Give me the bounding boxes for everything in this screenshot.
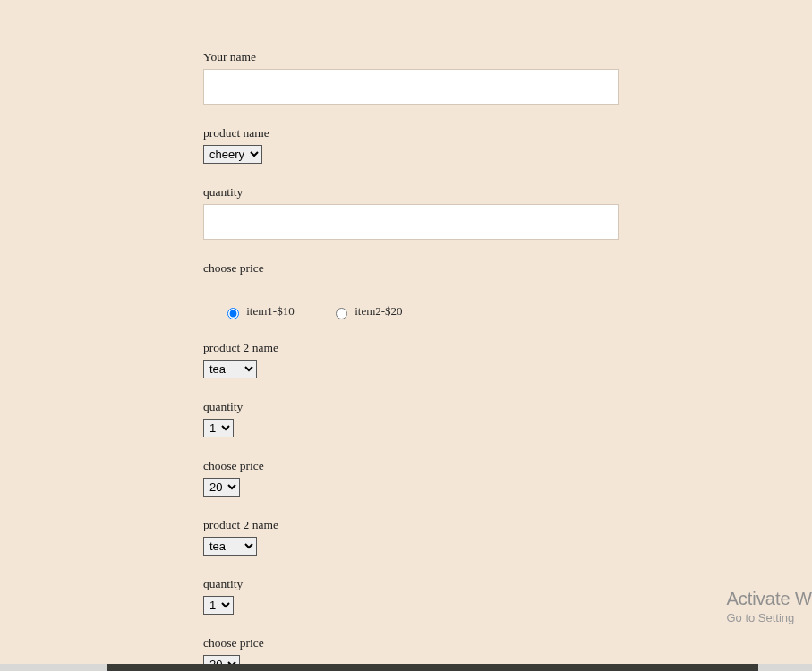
product1-group: product name cheery	[203, 126, 619, 164]
windows-activation-watermark: Activate W Go to Setting	[726, 589, 812, 624]
price1-option2-wrap[interactable]: item2-$20	[331, 304, 403, 318]
quantity2a-label: quantity	[203, 400, 619, 414]
price2b-label: choose price	[203, 636, 619, 650]
taskbar-sliver	[0, 664, 812, 671]
product2b-select[interactable]: tea	[203, 537, 257, 556]
quantity2a-group: quantity 1	[203, 400, 619, 437]
quantity2a-select[interactable]: 1	[203, 419, 234, 437]
payment-form: Your name product name cheery quantity c…	[203, 50, 619, 671]
product2a-select[interactable]: tea	[203, 360, 257, 378]
price1-group: choose price item1-$10 item2-$20	[203, 261, 619, 319]
quantity1-label: quantity	[203, 185, 619, 200]
name-input[interactable]	[203, 69, 619, 105]
price2a-select[interactable]: 20	[203, 478, 240, 497]
quantity1-group: quantity	[203, 185, 619, 240]
price1-option1-label: item1-$10	[246, 304, 294, 318]
price1-option2-label: item2-$20	[355, 304, 402, 318]
name-group: Your name	[203, 50, 619, 105]
price2a-group: choose price 20	[203, 459, 619, 497]
price1-radio1[interactable]	[227, 308, 239, 319]
watermark-subtitle: Go to Setting	[726, 611, 812, 624]
product2b-group: product 2 name tea	[203, 518, 619, 556]
price2a-label: choose price	[203, 459, 619, 473]
quantity2b-label: quantity	[203, 577, 619, 591]
price1-option1-wrap[interactable]: item1-$10	[223, 304, 297, 318]
price1-radio-row: item1-$10 item2-$20	[223, 304, 619, 319]
product2a-label: product 2 name	[203, 341, 619, 355]
name-label: Your name	[203, 50, 619, 64]
watermark-title: Activate W	[726, 589, 812, 609]
quantity2b-select[interactable]: 1	[203, 596, 234, 615]
quantity2b-group: quantity 1	[203, 577, 619, 615]
product1-label: product name	[203, 126, 619, 140]
product1-select[interactable]: cheery	[203, 145, 262, 164]
quantity1-input[interactable]	[203, 204, 619, 240]
price1-label: choose price	[203, 261, 619, 276]
product2a-group: product 2 name tea	[203, 341, 619, 378]
price1-radio2[interactable]	[336, 308, 347, 319]
product2b-label: product 2 name	[203, 518, 619, 532]
